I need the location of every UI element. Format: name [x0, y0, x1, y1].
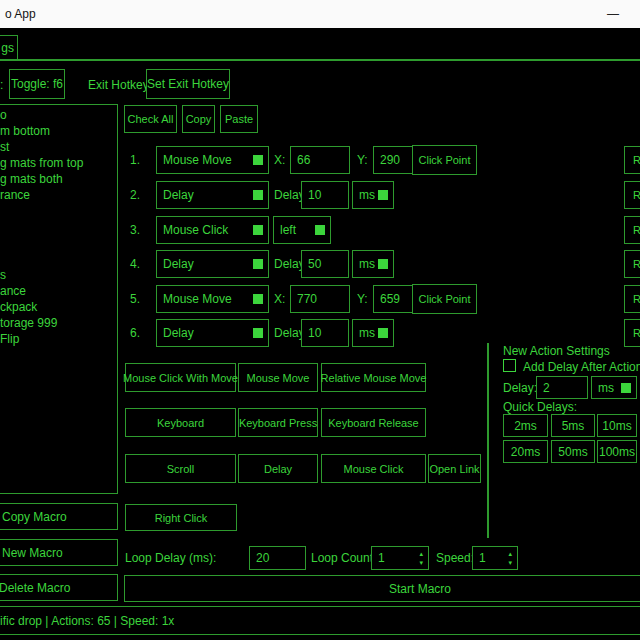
quick-delay-10ms-button[interactable]: 10ms: [597, 414, 637, 437]
new-macro-button[interactable]: New Macro: [0, 539, 118, 566]
macro-list-item[interactable]: m bottom: [0, 123, 116, 139]
action-type-value: Delay: [163, 188, 194, 202]
tab-settings[interactable]: gs: [0, 35, 18, 60]
delay-input[interactable]: 10: [301, 319, 349, 347]
macro-list-item[interactable]: [0, 251, 116, 267]
add-mouse-move-button[interactable]: Mouse Move: [238, 363, 318, 392]
add-keyboard-release-button[interactable]: Keyboard Release: [321, 408, 426, 437]
macro-list-item[interactable]: g mats both: [0, 171, 116, 187]
macro-list-item[interactable]: [0, 219, 116, 235]
check-all-button[interactable]: Check All: [124, 105, 177, 133]
remove-button[interactable]: R: [624, 319, 640, 347]
stepper-arrows[interactable]: ▴▾: [419, 549, 423, 567]
add-delay-after-action-label: Add Delay After Action: [523, 360, 640, 374]
remove-button[interactable]: R: [624, 250, 640, 278]
macro-list-item[interactable]: torage 999: [0, 315, 116, 331]
action-type-dropdown[interactable]: Delay: [156, 319, 269, 347]
macro-list-item[interactable]: Flip: [0, 331, 116, 347]
spin-up-icon[interactable]: ▴: [419, 549, 423, 558]
loop-count-value: 1: [378, 551, 385, 565]
set-exit-hotkey-button[interactable]: Set Exit Hotkey: [146, 69, 230, 99]
minimize-button[interactable]: —: [598, 0, 628, 28]
remove-button[interactable]: R: [624, 146, 640, 174]
add-relative-mouse-move-button[interactable]: Relative Mouse Move: [321, 363, 426, 392]
copy-macro-button[interactable]: Copy Macro: [0, 503, 118, 530]
unit-value: ms: [359, 188, 375, 202]
mouse-button-value: left: [280, 223, 296, 237]
dropdown-indicator-icon: [253, 328, 263, 338]
action-type-dropdown[interactable]: Mouse Move: [156, 285, 269, 313]
unit-dropdown[interactable]: ms: [352, 250, 394, 278]
delete-macro-button[interactable]: Delete Macro: [0, 574, 118, 601]
status-text: ific drop | Actions: 65 | Speed: 1x: [0, 614, 174, 628]
dropdown-indicator-icon: [253, 155, 263, 165]
remove-button[interactable]: R: [624, 285, 640, 313]
action-type-dropdown[interactable]: Delay: [156, 181, 269, 209]
settings-divider: [487, 343, 489, 538]
dropdown-indicator-icon: [378, 259, 388, 269]
action-type-value: Mouse Move: [163, 292, 232, 306]
quick-delay-2ms-button[interactable]: 2ms: [503, 414, 548, 437]
add-right-click-button[interactable]: Right Click: [125, 504, 237, 531]
dropdown-indicator-icon: [378, 190, 388, 200]
add-open-link-button[interactable]: Open Link: [428, 454, 481, 483]
spin-down-icon[interactable]: ▾: [508, 558, 512, 567]
copy-button[interactable]: Copy: [182, 105, 215, 133]
unit-dropdown[interactable]: ms: [352, 181, 394, 209]
paste-button[interactable]: Paste: [220, 105, 258, 133]
add-keyboard-button[interactable]: Keyboard: [125, 408, 236, 437]
spin-up-icon[interactable]: ▴: [508, 549, 512, 558]
macro-list: o m bottom st g mats from top g mats bot…: [0, 107, 116, 347]
macro-list-item[interactable]: o: [0, 107, 116, 123]
start-macro-button[interactable]: Start Macro: [124, 575, 640, 602]
add-delay-button[interactable]: Delay: [238, 454, 318, 483]
action-type-dropdown[interactable]: Mouse Move: [156, 146, 269, 174]
x-label: X:: [274, 153, 285, 167]
remove-button[interactable]: R: [624, 216, 640, 244]
unit-dropdown[interactable]: ms: [352, 319, 394, 347]
add-mouse-click-with-move-button[interactable]: Mouse Click With Move: [125, 363, 236, 392]
add-keyboard-press-button[interactable]: Keyboard Press: [238, 408, 318, 437]
add-delay-after-action-checkbox[interactable]: [503, 359, 516, 372]
remove-button[interactable]: R: [624, 181, 640, 209]
spin-down-icon[interactable]: ▾: [419, 558, 423, 567]
action-type-value: Mouse Move: [163, 153, 232, 167]
title-bar: o App —: [0, 0, 640, 28]
settings-delay-input[interactable]: 2: [536, 376, 588, 399]
click-point-button[interactable]: Click Point: [412, 284, 477, 314]
quick-delay-20ms-button[interactable]: 20ms: [503, 440, 548, 463]
macro-list-item[interactable]: ance: [0, 283, 116, 299]
action-type-value: Mouse Click: [163, 223, 228, 237]
macro-list-item[interactable]: [0, 235, 116, 251]
action-number: 3.: [130, 216, 140, 244]
quick-delay-100ms-button[interactable]: 100ms: [597, 440, 637, 463]
action-type-dropdown[interactable]: Mouse Click: [156, 216, 269, 244]
add-mouse-click-button[interactable]: Mouse Click: [321, 454, 426, 483]
settings-unit-dropdown[interactable]: ms: [591, 376, 637, 399]
quick-delay-5ms-button[interactable]: 5ms: [551, 414, 595, 437]
macro-list-item[interactable]: [0, 203, 116, 219]
quick-delay-50ms-button[interactable]: 50ms: [551, 440, 595, 463]
loop-count-stepper[interactable]: 1 ▴▾: [371, 546, 429, 570]
toggle-hotkey-button[interactable]: Toggle: f6: [9, 69, 65, 99]
x-input[interactable]: 66: [290, 146, 350, 174]
macro-list-item[interactable]: rance: [0, 187, 116, 203]
settings-delay-label: Delay:: [503, 381, 537, 395]
macro-list-item[interactable]: ckpack: [0, 299, 116, 315]
macro-list-item[interactable]: g mats from top: [0, 155, 116, 171]
delay-input[interactable]: 10: [301, 181, 349, 209]
unit-value: ms: [359, 326, 375, 340]
macro-list-item[interactable]: st: [0, 139, 116, 155]
click-point-button[interactable]: Click Point: [412, 145, 477, 175]
action-type-value: Delay: [163, 326, 194, 340]
macro-list-item[interactable]: s: [0, 267, 116, 283]
mouse-button-dropdown[interactable]: left: [273, 216, 331, 244]
delay-input[interactable]: 50: [301, 250, 349, 278]
x-input[interactable]: 770: [290, 285, 350, 313]
loop-delay-label: Loop Delay (ms):: [125, 551, 216, 565]
speed-stepper[interactable]: 1 ▴▾: [472, 546, 518, 570]
add-scroll-button[interactable]: Scroll: [125, 454, 236, 483]
stepper-arrows[interactable]: ▴▾: [508, 549, 512, 567]
action-type-dropdown[interactable]: Delay: [156, 250, 269, 278]
loop-delay-input[interactable]: 20: [249, 546, 306, 570]
